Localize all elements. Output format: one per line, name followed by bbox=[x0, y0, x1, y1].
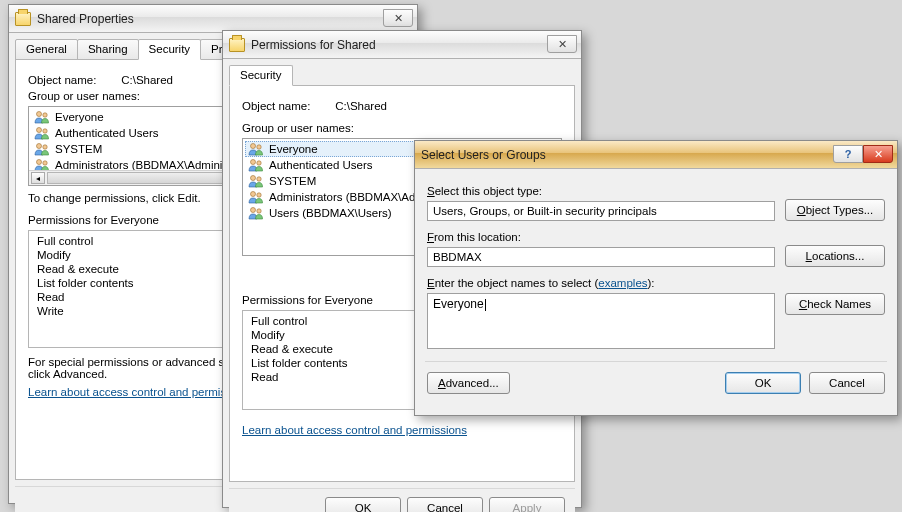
tab-sharing[interactable]: Sharing bbox=[77, 39, 139, 60]
check-names-button[interactable]: Check Names bbox=[785, 293, 885, 315]
learn-link[interactable]: Learn about access control and permiss bbox=[28, 386, 232, 398]
select-users-groups-window: Select Users or Groups ? ✕ Select this o… bbox=[414, 140, 898, 416]
ok-button[interactable]: OK bbox=[325, 497, 401, 512]
users-icon bbox=[248, 190, 264, 204]
users-icon bbox=[248, 206, 264, 220]
object-types-button[interactable]: Object Types... bbox=[785, 199, 885, 221]
cancel-button[interactable]: Cancel bbox=[407, 497, 483, 512]
users-icon bbox=[248, 174, 264, 188]
scroll-left-icon[interactable]: ◂ bbox=[31, 172, 45, 184]
users-icon bbox=[34, 142, 50, 156]
close-icon[interactable]: ✕ bbox=[547, 35, 577, 53]
tabstrip: Security bbox=[223, 59, 581, 86]
location-field: BBDMAX bbox=[427, 247, 775, 267]
close-icon[interactable]: ✕ bbox=[383, 9, 413, 27]
users-icon bbox=[248, 142, 264, 156]
object-type-label: Select this object type: bbox=[427, 185, 542, 197]
advanced-button[interactable]: Advanced... bbox=[427, 372, 510, 394]
learn-link[interactable]: Learn about access control and permissio… bbox=[242, 424, 467, 436]
tab-general[interactable]: General bbox=[15, 39, 78, 60]
titlebar[interactable]: Shared Properties ✕ bbox=[9, 5, 417, 33]
object-name-label: Object name: bbox=[28, 74, 118, 86]
ok-button[interactable]: OK bbox=[725, 372, 801, 394]
tab-security[interactable]: Security bbox=[229, 65, 293, 86]
object-name-value: C:\Shared bbox=[335, 100, 387, 112]
titlebar[interactable]: Permissions for Shared ✕ bbox=[223, 31, 581, 59]
object-names-input[interactable]: Everyone bbox=[427, 293, 775, 349]
help-icon[interactable]: ? bbox=[833, 145, 863, 163]
close-icon[interactable]: ✕ bbox=[863, 145, 893, 163]
tab-security[interactable]: Security bbox=[138, 39, 202, 60]
users-icon bbox=[34, 126, 50, 140]
object-type-field: Users, Groups, or Built-in security prin… bbox=[427, 201, 775, 221]
button-bar: OK Cancel Apply bbox=[229, 488, 575, 512]
location-label: From this location: bbox=[427, 231, 521, 243]
folder-icon bbox=[15, 12, 31, 26]
users-icon bbox=[34, 110, 50, 124]
folder-icon bbox=[229, 38, 245, 52]
window-title: Permissions for Shared bbox=[251, 38, 547, 52]
locations-button[interactable]: Locations... bbox=[785, 245, 885, 267]
special-permissions-hint: For special permissions or advanced se bbox=[28, 356, 231, 368]
enter-names-label: Enter the object names to select (exampl… bbox=[427, 277, 655, 289]
window-title: Select Users or Groups bbox=[421, 148, 833, 162]
apply-button[interactable]: Apply bbox=[489, 497, 565, 512]
special-permissions-hint2: click Advanced. bbox=[28, 368, 107, 380]
examples-link[interactable]: examples bbox=[598, 277, 647, 289]
object-name-label: Object name: bbox=[242, 100, 332, 112]
groups-label: Group or user names: bbox=[242, 122, 562, 134]
object-name-value: C:\Shared bbox=[121, 74, 173, 86]
cancel-button[interactable]: Cancel bbox=[809, 372, 885, 394]
window-title: Shared Properties bbox=[37, 12, 383, 26]
users-icon bbox=[248, 158, 264, 172]
titlebar[interactable]: Select Users or Groups ? ✕ bbox=[415, 141, 897, 169]
